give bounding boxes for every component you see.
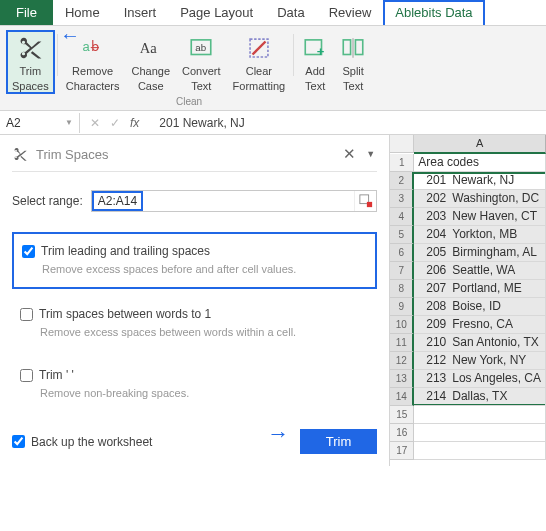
row-header-4[interactable]: 4 [390, 208, 414, 226]
backup-label: Back up the worksheet [31, 435, 152, 449]
row-header-14[interactable]: 14 [390, 388, 414, 406]
grid-row-6[interactable]: 6205Birmingham, AL [390, 244, 546, 262]
grid-row-4[interactable]: 4203New Haven, CT [390, 208, 546, 226]
menu-tab-ablebits-data[interactable]: Ablebits Data [383, 0, 484, 25]
grid-row-9[interactable]: 9208Boise, ID [390, 298, 546, 316]
cell-A10[interactable]: 209Fresno, CA [414, 316, 546, 334]
grid-row-13[interactable]: 13213Los Angeles, CA [390, 370, 546, 388]
formula-value[interactable]: 201 Newark, NJ [149, 113, 546, 133]
cell-A1[interactable]: Area codes [414, 154, 546, 172]
column-header-A[interactable]: A [414, 135, 546, 154]
grid-row-3[interactable]: 3202Washington, DC [390, 190, 546, 208]
option-desc-1: Remove excess spaces between words withi… [40, 326, 369, 338]
cell-A9[interactable]: 208Boise, ID [414, 298, 546, 316]
row-header-2[interactable]: 2 [390, 172, 414, 190]
file-menu[interactable]: File [0, 0, 53, 25]
range-input[interactable]: A2:A14 [91, 190, 378, 212]
grid-row-1[interactable]: 1Area codes [390, 154, 546, 172]
row-header-6[interactable]: 6 [390, 244, 414, 262]
option-checkbox-1[interactable] [20, 308, 33, 321]
menu-tab-home[interactable]: Home [53, 0, 112, 25]
convert-text-icon: ab [188, 33, 214, 63]
row-header-11[interactable]: 11 [390, 334, 414, 352]
ribbon-btn-add-text[interactable]: +AddText [296, 30, 334, 94]
grid-row-15[interactable]: 15 [390, 406, 546, 424]
range-input-rest[interactable] [143, 191, 354, 211]
menu-tab-data[interactable]: Data [265, 0, 316, 25]
name-box-value: A2 [6, 116, 21, 130]
svg-text:b̶: b̶ [90, 39, 99, 54]
cell-A4[interactable]: 203New Haven, CT [414, 208, 546, 226]
name-box[interactable]: A2 ▼ [0, 113, 80, 133]
cell-A7[interactable]: 206Seattle, WA [414, 262, 546, 280]
option-label-0: Trim leading and trailing spaces [41, 244, 210, 258]
backup-checkbox[interactable] [12, 435, 25, 448]
row-header-12[interactable]: 12 [390, 352, 414, 370]
task-pane-footer: Back up the worksheet Trim [12, 429, 377, 454]
cell-A17[interactable] [414, 442, 546, 460]
task-pane-title: Trim Spaces [36, 147, 335, 162]
cell-A15[interactable] [414, 406, 546, 424]
option-row-1[interactable]: Trim spaces between words to 1 [20, 307, 369, 321]
ribbon-btn-trim-spaces[interactable]: TrimSpaces [6, 30, 55, 94]
ribbon-btn-convert-text[interactable]: abConvertText [176, 30, 227, 94]
remove-chars-icon: ab̶ [80, 33, 106, 63]
option-checkbox-0[interactable] [22, 245, 35, 258]
cell-A11[interactable]: 210San Antonio, TX [414, 334, 546, 352]
grid-row-10[interactable]: 10209Fresno, CA [390, 316, 546, 334]
cell-A16[interactable] [414, 424, 546, 442]
option-checkbox-2[interactable] [20, 369, 33, 382]
ribbon-btn-remove-characters[interactable]: ab̶RemoveCharacters [60, 30, 126, 94]
ribbon-btn-split-text[interactable]: SplitText [334, 30, 372, 94]
task-pane-trim-spaces: Trim Spaces ✕ ▼ Select range: A2:A14 Tri… [0, 135, 390, 466]
cell-A14[interactable]: 214Dallas, TX [414, 388, 546, 406]
select-all-corner[interactable] [390, 135, 414, 153]
row-header-7[interactable]: 7 [390, 262, 414, 280]
row-header-8[interactable]: 8 [390, 280, 414, 298]
cell-A13[interactable]: 213Los Angeles, CA [414, 370, 546, 388]
close-icon[interactable]: ✕ [343, 145, 356, 163]
grid-row-14[interactable]: 14214Dallas, TX [390, 388, 546, 406]
cell-A2[interactable]: 201Newark, NJ [414, 172, 546, 190]
range-picker-icon[interactable] [354, 191, 376, 211]
worksheet-grid[interactable]: A 1Area codes2201Newark, NJ3202Washingto… [390, 135, 546, 466]
cell-A5[interactable]: 204Yorkton, MB [414, 226, 546, 244]
row-header-13[interactable]: 13 [390, 370, 414, 388]
option-row-0[interactable]: Trim leading and trailing spaces [22, 244, 367, 258]
ribbon-btn-clear-formatting[interactable]: ClearFormatting [227, 30, 292, 94]
fx-icon[interactable]: fx [130, 116, 139, 130]
grid-row-17[interactable]: 17 [390, 442, 546, 460]
grid-row-5[interactable]: 5204Yorkton, MB [390, 226, 546, 244]
grid-row-2[interactable]: 2201Newark, NJ [390, 172, 546, 190]
menu-tab-review[interactable]: Review [317, 0, 384, 25]
svg-text:+: + [317, 44, 325, 59]
row-header-5[interactable]: 5 [390, 226, 414, 244]
option-row-2[interactable]: Trim ' ' [20, 368, 369, 382]
cell-A6[interactable]: 205Birmingham, AL [414, 244, 546, 262]
grid-row-11[interactable]: 11210San Antonio, TX [390, 334, 546, 352]
row-header-16[interactable]: 16 [390, 424, 414, 442]
row-header-10[interactable]: 10 [390, 316, 414, 334]
grid-row-12[interactable]: 12212New York, NY [390, 352, 546, 370]
row-header-1[interactable]: 1 [390, 154, 414, 172]
trim-button[interactable]: Trim [300, 429, 378, 454]
task-pane-menu-icon[interactable]: ▼ [364, 149, 377, 159]
cell-A12[interactable]: 212New York, NY [414, 352, 546, 370]
grid-row-8[interactable]: 8207Portland, ME [390, 280, 546, 298]
cell-A8[interactable]: 207Portland, ME [414, 280, 546, 298]
menu-tab-insert[interactable]: Insert [112, 0, 169, 25]
cell-A3[interactable]: 202Washington, DC [414, 190, 546, 208]
formula-bar-icons: ✕ ✓ fx [80, 116, 149, 130]
backup-checkbox-row[interactable]: Back up the worksheet [12, 435, 152, 449]
grid-row-7[interactable]: 7206Seattle, WA [390, 262, 546, 280]
option-desc-0: Remove excess spaces before and after ce… [42, 263, 367, 275]
grid-row-16[interactable]: 16 [390, 424, 546, 442]
name-box-dropdown-icon[interactable]: ▼ [65, 118, 73, 127]
row-header-3[interactable]: 3 [390, 190, 414, 208]
menu-tab-page-layout[interactable]: Page Layout [168, 0, 265, 25]
ribbon-btn-change-case[interactable]: AaChangeCase [126, 30, 177, 94]
scissors-icon [12, 146, 28, 162]
row-header-9[interactable]: 9 [390, 298, 414, 316]
row-header-15[interactable]: 15 [390, 406, 414, 424]
row-header-17[interactable]: 17 [390, 442, 414, 460]
